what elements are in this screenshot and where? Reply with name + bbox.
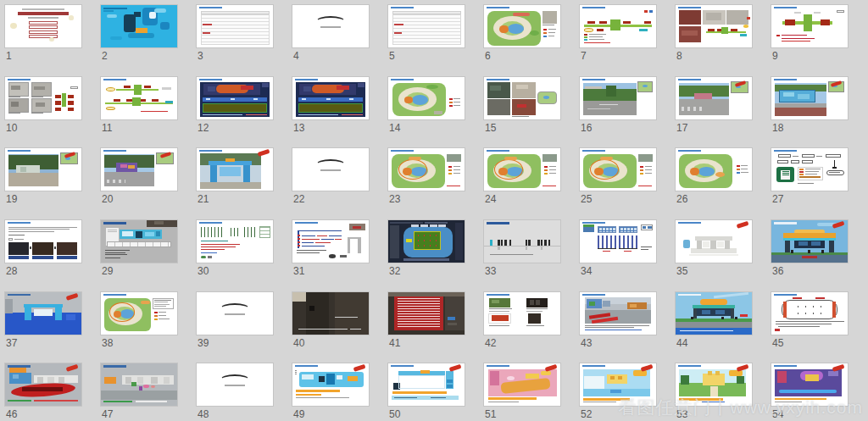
slide-thumbnail-21[interactable] <box>196 147 274 191</box>
slide-thumbnail-34[interactable] <box>579 219 657 263</box>
slide-thumbnail-2[interactable] <box>100 4 178 48</box>
shape <box>335 239 341 240</box>
shape <box>775 108 826 116</box>
slide-thumbnail-18[interactable] <box>771 76 849 120</box>
shape <box>645 169 652 170</box>
lake <box>508 24 524 34</box>
shape <box>448 323 457 325</box>
slide-thumbnail-20[interactable] <box>100 147 178 191</box>
shape <box>549 173 556 174</box>
slide-thumbnail-30[interactable] <box>196 219 274 263</box>
shape <box>295 372 298 373</box>
slide-thumbnail-24[interactable] <box>483 147 561 191</box>
slide-thumbnail-31[interactable] <box>292 219 370 263</box>
shape <box>406 239 412 242</box>
shape <box>775 329 780 331</box>
slide-thumbnail-47[interactable] <box>100 363 178 407</box>
shape <box>340 255 347 258</box>
shape <box>154 300 171 301</box>
shape <box>403 258 449 261</box>
slide-header-text <box>487 294 509 296</box>
slide-thumbnail-51[interactable] <box>483 363 561 407</box>
slide-thumbnail-49[interactable] <box>292 363 370 407</box>
shape <box>715 310 725 314</box>
slide-thumbnail-27[interactable] <box>771 147 849 191</box>
slide-cell: 44 <box>675 291 753 363</box>
slide-thumbnail-39[interactable] <box>196 291 274 335</box>
shape <box>16 165 41 173</box>
shape <box>296 394 322 396</box>
shape <box>587 108 610 110</box>
slide-thumbnail-40[interactable] <box>292 291 370 335</box>
shape <box>487 222 509 224</box>
slide-thumbnail-23[interactable] <box>387 147 465 191</box>
shape <box>490 240 492 246</box>
slide-thumbnail-28[interactable] <box>4 219 82 263</box>
shape <box>782 35 808 36</box>
slide-thumbnail-37[interactable] <box>4 291 82 335</box>
slide-thumbnail-15[interactable] <box>483 76 561 120</box>
shape <box>776 324 832 324</box>
slide-cell: 19 <box>4 147 82 219</box>
shape <box>640 173 643 174</box>
slide-thumbnail-13[interactable] <box>292 76 370 120</box>
slide-thumbnail-33[interactable] <box>483 219 561 263</box>
slide-thumbnail-35[interactable] <box>675 219 753 263</box>
slide-thumbnail-41[interactable] <box>387 291 465 335</box>
slide-thumbnail-45[interactable] <box>771 291 849 335</box>
shape <box>8 242 29 255</box>
shape <box>799 176 821 178</box>
slide-thumbnail-22[interactable] <box>292 147 370 191</box>
slide-thumbnail-32[interactable] <box>387 219 465 263</box>
slide-thumbnail-4[interactable] <box>292 4 370 48</box>
slide-thumbnail-12[interactable] <box>196 76 274 120</box>
slide-thumbnail-38[interactable] <box>100 291 178 335</box>
shape <box>537 240 540 246</box>
shape <box>122 231 133 236</box>
prize-chip <box>729 370 743 376</box>
slide-thumbnail-50[interactable] <box>387 363 465 407</box>
slide-thumbnail-29[interactable] <box>100 219 178 263</box>
slide-number: 3 <box>196 50 274 62</box>
slide-thumbnail-42[interactable] <box>483 291 561 335</box>
slide-thumbnail-8[interactable] <box>675 4 753 48</box>
slide-thumbnail-5[interactable] <box>387 4 465 48</box>
slide-thumbnail-10[interactable] <box>4 76 82 120</box>
slide-thumbnail-17[interactable] <box>675 76 753 120</box>
shape <box>8 227 78 228</box>
slide-header-text <box>678 79 701 80</box>
shape <box>11 86 20 90</box>
slide-thumbnail-54[interactable] <box>771 363 849 407</box>
shape <box>735 317 737 320</box>
shape <box>449 105 453 107</box>
shape <box>504 157 516 160</box>
slide-thumbnail-43[interactable] <box>579 291 657 335</box>
slide-number: 6 <box>483 50 561 62</box>
slide-thumbnail-25[interactable] <box>579 147 657 191</box>
slide-thumbnail-36[interactable] <box>771 219 849 263</box>
shape <box>509 240 512 246</box>
shape <box>154 315 158 317</box>
slide-thumbnail-48[interactable] <box>196 363 274 407</box>
slide-thumbnail-26[interactable] <box>675 147 753 191</box>
slide-thumbnail-16[interactable] <box>579 76 657 120</box>
slide-thumbnail-52[interactable] <box>579 363 657 407</box>
shape <box>62 93 66 107</box>
slide-thumbnail-11[interactable] <box>100 76 178 120</box>
slide-thumbnail-7[interactable] <box>579 4 657 48</box>
slide-thumbnail-19[interactable] <box>4 147 82 191</box>
shape <box>828 371 839 376</box>
slide-number: 20 <box>100 193 178 205</box>
slide-thumbnail-9[interactable] <box>771 4 849 48</box>
slide-header-text <box>391 365 414 367</box>
shape <box>29 21 58 25</box>
slide-thumbnail-1[interactable] <box>4 4 82 48</box>
slide-thumbnail-46[interactable] <box>4 363 82 407</box>
fence <box>598 235 617 248</box>
slide-thumbnail-44[interactable] <box>675 291 753 335</box>
slide-thumbnail-3[interactable] <box>196 4 274 48</box>
slide-thumbnail-53[interactable] <box>675 363 753 407</box>
shape <box>244 227 258 237</box>
slide-thumbnail-6[interactable] <box>483 4 561 48</box>
slide-thumbnail-14[interactable] <box>387 76 465 120</box>
